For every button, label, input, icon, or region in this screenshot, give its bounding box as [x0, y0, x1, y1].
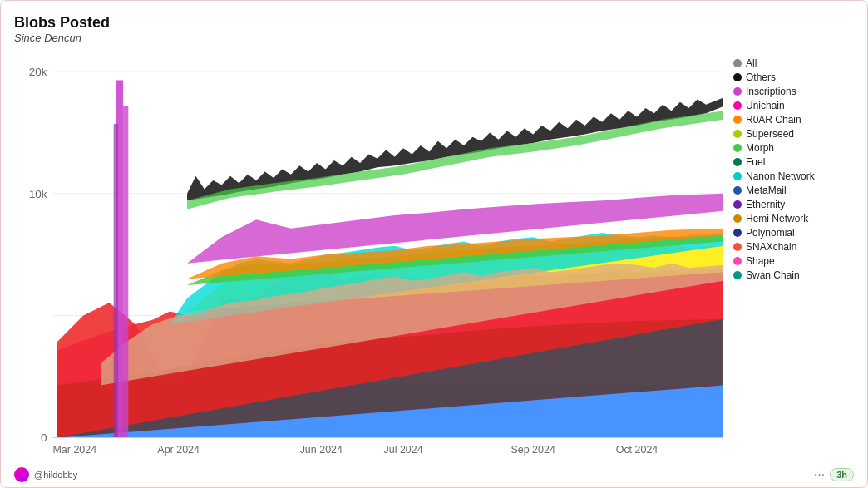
author-handle: @hildobby: [34, 470, 77, 480]
legend-item[interactable]: Shape: [733, 255, 861, 267]
legend-item-label: Fuel: [746, 156, 765, 168]
legend-item-label: Nanon Network: [746, 170, 815, 182]
legend-item-label: R0AR Chain: [746, 114, 801, 126]
legend-color-dot: [733, 214, 742, 223]
legend-item[interactable]: Polynomial: [733, 227, 861, 239]
chart-legend: All Others Inscriptions Unichain R0AR Ch…: [723, 54, 861, 464]
legend-color-dot: [733, 116, 742, 124]
legend-item-label: Shape: [746, 255, 775, 267]
svg-text:Apr 2024: Apr 2024: [157, 444, 200, 456]
legend-color-dot: [733, 271, 742, 279]
svg-text:Jun 2024: Jun 2024: [300, 444, 343, 456]
ellipsis-icon[interactable]: ···: [814, 467, 825, 482]
legend-item[interactable]: Ethernity: [733, 199, 861, 210]
legend-color-dot: [733, 73, 742, 81]
legend-color-dot: [733, 158, 742, 166]
legend-item[interactable]: MetaMail: [733, 185, 861, 196]
legend-item-label: All: [746, 57, 757, 69]
legend-item-label: Swan Chain: [746, 269, 800, 281]
legend-color-dot: [733, 172, 742, 180]
svg-rect-9: [123, 106, 128, 438]
legend-color-dot: [733, 257, 742, 265]
svg-text:20k: 20k: [29, 66, 47, 78]
legend-item[interactable]: Swan Chain: [733, 269, 861, 281]
legend-item-label: SNAXchain: [746, 241, 796, 253]
legend-color-dot: [733, 200, 742, 209]
legend-color-dot: [733, 144, 742, 152]
svg-text:0: 0: [41, 431, 47, 444]
legend-item[interactable]: All: [733, 57, 861, 69]
svg-rect-10: [114, 124, 118, 438]
footer-author-area: @hildobby: [14, 467, 77, 482]
svg-text:10k: 10k: [29, 188, 47, 200]
legend-item[interactable]: Unichain: [733, 100, 861, 111]
legend-color-dot: [733, 87, 742, 96]
legend-item[interactable]: Morph: [733, 142, 861, 154]
legend-color-dot: [733, 229, 742, 237]
legend-item-label: Ethernity: [746, 199, 785, 210]
legend-item-label: MetaMail: [746, 185, 787, 196]
legend-item[interactable]: Inscriptions: [733, 86, 861, 97]
legend-item[interactable]: Superseed: [733, 128, 861, 140]
svg-text:Sep 2024: Sep 2024: [510, 444, 555, 456]
legend-item[interactable]: Nanon Network: [733, 170, 861, 182]
legend-color-dot: [733, 130, 742, 138]
legend-item-label: Polynomial: [746, 227, 795, 239]
legend-item[interactable]: Others: [733, 71, 861, 83]
legend-item-label: Others: [746, 71, 776, 83]
chart-title: Blobs Posted: [14, 14, 861, 32]
author-avatar: [14, 467, 29, 482]
legend-item[interactable]: SNAXchain: [733, 241, 861, 253]
legend-item-label: Morph: [746, 142, 774, 154]
svg-text:Oct 2024: Oct 2024: [616, 444, 658, 456]
legend-item-label: Unichain: [746, 100, 785, 111]
refresh-badge[interactable]: 3h: [830, 468, 854, 481]
legend-item[interactable]: R0AR Chain: [733, 114, 861, 126]
chart-canvas: 10k 20k 0: [14, 54, 723, 464]
legend-color-dot: [733, 243, 742, 251]
svg-text:Jul 2024: Jul 2024: [384, 444, 423, 456]
legend-color-dot: [733, 101, 742, 110]
legend-item[interactable]: Hemi Network: [733, 213, 861, 224]
legend-color-dot: [733, 186, 742, 195]
footer-controls[interactable]: ··· 3h: [814, 467, 854, 482]
legend-color-dot: [733, 59, 742, 67]
legend-item-label: Hemi Network: [746, 213, 808, 224]
legend-item-label: Inscriptions: [746, 86, 796, 97]
svg-text:Mar 2024: Mar 2024: [52, 444, 96, 456]
legend-item-label: Superseed: [746, 128, 794, 140]
legend-item[interactable]: Fuel: [733, 156, 861, 168]
chart-subtitle: Since Dencun: [14, 32, 861, 44]
